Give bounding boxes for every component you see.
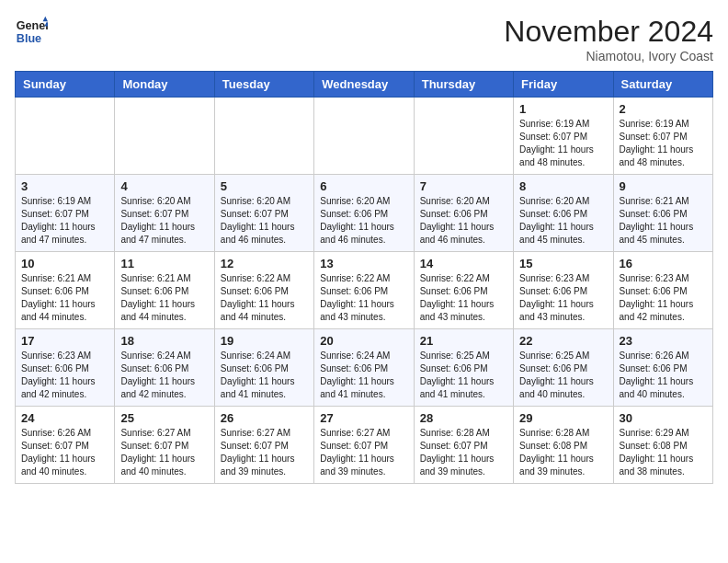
- calendar-cell: 9Sunrise: 6:21 AM Sunset: 6:06 PM Daylig…: [613, 175, 712, 252]
- day-info: Sunrise: 6:27 AM Sunset: 6:07 PM Dayligh…: [120, 427, 208, 478]
- day-info: Sunrise: 6:22 AM Sunset: 6:06 PM Dayligh…: [320, 272, 407, 324]
- day-number: 12: [221, 257, 308, 270]
- day-info: Sunrise: 6:22 AM Sunset: 6:06 PM Dayligh…: [420, 272, 507, 324]
- day-number: 14: [420, 257, 507, 270]
- calendar-cell: 4Sunrise: 6:20 AM Sunset: 6:07 PM Daylig…: [115, 175, 214, 252]
- location: Niamotou, Ivory Coast: [504, 49, 713, 63]
- calendar-cell: 22Sunrise: 6:25 AM Sunset: 6:06 PM Dayli…: [514, 329, 613, 407]
- day-number: 24: [21, 411, 108, 425]
- calendar-cell: 2Sunrise: 6:19 AM Sunset: 6:07 PM Daylig…: [613, 98, 712, 175]
- calendar-cell: 12Sunrise: 6:22 AM Sunset: 6:06 PM Dayli…: [214, 252, 313, 329]
- day-number: 9: [620, 179, 707, 193]
- day-number: 5: [221, 179, 308, 193]
- day-number: 1: [519, 102, 607, 116]
- day-info: Sunrise: 6:20 AM Sunset: 6:06 PM Dayligh…: [420, 195, 507, 247]
- calendar-cell: 1Sunrise: 6:19 AM Sunset: 6:07 PM Daylig…: [514, 98, 613, 175]
- day-info: Sunrise: 6:24 AM Sunset: 6:06 PM Dayligh…: [320, 350, 407, 401]
- weekday-header-monday: Monday: [115, 72, 214, 98]
- day-number: 25: [120, 411, 208, 425]
- calendar-cell: [314, 98, 414, 175]
- day-info: Sunrise: 6:20 AM Sunset: 6:06 PM Dayligh…: [519, 195, 607, 247]
- day-number: 27: [320, 411, 407, 425]
- day-number: 19: [221, 334, 308, 348]
- calendar-cell: 10Sunrise: 6:21 AM Sunset: 6:06 PM Dayli…: [16, 252, 115, 329]
- day-info: Sunrise: 6:27 AM Sunset: 6:07 PM Dayligh…: [320, 427, 407, 478]
- day-number: 13: [320, 257, 407, 270]
- calendar-cell: 7Sunrise: 6:20 AM Sunset: 6:06 PM Daylig…: [414, 175, 513, 252]
- weekday-header-friday: Friday: [514, 72, 613, 98]
- day-number: 26: [221, 411, 308, 425]
- page-header: General Blue November 2024 Niamotou, Ivo…: [15, 15, 713, 63]
- calendar-cell: 8Sunrise: 6:20 AM Sunset: 6:06 PM Daylig…: [514, 175, 613, 252]
- day-number: 7: [420, 179, 507, 193]
- weekday-header-saturday: Saturday: [613, 72, 712, 98]
- day-info: Sunrise: 6:24 AM Sunset: 6:06 PM Dayligh…: [221, 350, 308, 401]
- calendar-cell: [16, 98, 115, 175]
- weekday-header-sunday: Sunday: [16, 72, 115, 98]
- calendar-week-1: 1Sunrise: 6:19 AM Sunset: 6:07 PM Daylig…: [16, 98, 713, 175]
- day-info: Sunrise: 6:28 AM Sunset: 6:08 PM Dayligh…: [519, 427, 607, 478]
- day-info: Sunrise: 6:26 AM Sunset: 6:07 PM Dayligh…: [21, 427, 108, 478]
- calendar-week-2: 3Sunrise: 6:19 AM Sunset: 6:07 PM Daylig…: [16, 175, 713, 252]
- svg-text:General: General: [17, 19, 48, 32]
- logo: General Blue: [15, 15, 48, 48]
- day-info: Sunrise: 6:28 AM Sunset: 6:07 PM Dayligh…: [420, 427, 507, 478]
- calendar-cell: 30Sunrise: 6:29 AM Sunset: 6:08 PM Dayli…: [613, 407, 712, 484]
- day-info: Sunrise: 6:20 AM Sunset: 6:06 PM Dayligh…: [320, 195, 407, 247]
- calendar-cell: 17Sunrise: 6:23 AM Sunset: 6:06 PM Dayli…: [16, 329, 115, 407]
- weekday-header-tuesday: Tuesday: [214, 72, 313, 98]
- svg-text:Blue: Blue: [17, 32, 41, 45]
- day-info: Sunrise: 6:23 AM Sunset: 6:06 PM Dayligh…: [620, 272, 707, 324]
- day-number: 17: [21, 334, 108, 348]
- day-info: Sunrise: 6:25 AM Sunset: 6:06 PM Dayligh…: [519, 350, 607, 401]
- calendar-cell: 28Sunrise: 6:28 AM Sunset: 6:07 PM Dayli…: [414, 407, 513, 484]
- day-info: Sunrise: 6:22 AM Sunset: 6:06 PM Dayligh…: [221, 272, 308, 324]
- calendar-cell: 13Sunrise: 6:22 AM Sunset: 6:06 PM Dayli…: [314, 252, 414, 329]
- calendar-cell: 6Sunrise: 6:20 AM Sunset: 6:06 PM Daylig…: [314, 175, 414, 252]
- day-number: 20: [320, 334, 407, 348]
- day-number: 18: [120, 334, 208, 348]
- day-number: 21: [420, 334, 507, 348]
- day-info: Sunrise: 6:25 AM Sunset: 6:06 PM Dayligh…: [420, 350, 507, 401]
- day-info: Sunrise: 6:19 AM Sunset: 6:07 PM Dayligh…: [620, 118, 707, 169]
- calendar-cell: 29Sunrise: 6:28 AM Sunset: 6:08 PM Dayli…: [514, 407, 613, 484]
- day-number: 10: [21, 257, 108, 270]
- calendar-cell: [115, 98, 214, 175]
- day-number: 16: [620, 257, 707, 270]
- day-number: 6: [320, 179, 407, 193]
- day-number: 8: [519, 179, 607, 193]
- day-info: Sunrise: 6:19 AM Sunset: 6:07 PM Dayligh…: [21, 195, 108, 247]
- calendar-week-4: 17Sunrise: 6:23 AM Sunset: 6:06 PM Dayli…: [16, 329, 713, 407]
- day-info: Sunrise: 6:21 AM Sunset: 6:06 PM Dayligh…: [120, 272, 208, 324]
- day-info: Sunrise: 6:20 AM Sunset: 6:07 PM Dayligh…: [221, 195, 308, 247]
- day-info: Sunrise: 6:24 AM Sunset: 6:06 PM Dayligh…: [120, 350, 208, 401]
- calendar-cell: 18Sunrise: 6:24 AM Sunset: 6:06 PM Dayli…: [115, 329, 214, 407]
- calendar-cell: 24Sunrise: 6:26 AM Sunset: 6:07 PM Dayli…: [16, 407, 115, 484]
- month-title: November 2024: [504, 15, 713, 49]
- calendar-cell: 26Sunrise: 6:27 AM Sunset: 6:07 PM Dayli…: [214, 407, 313, 484]
- calendar-cell: 14Sunrise: 6:22 AM Sunset: 6:06 PM Dayli…: [414, 252, 513, 329]
- calendar-cell: 20Sunrise: 6:24 AM Sunset: 6:06 PM Dayli…: [314, 329, 414, 407]
- day-info: Sunrise: 6:29 AM Sunset: 6:08 PM Dayligh…: [620, 427, 707, 478]
- calendar-cell: 27Sunrise: 6:27 AM Sunset: 6:07 PM Dayli…: [314, 407, 414, 484]
- title-block: November 2024 Niamotou, Ivory Coast: [504, 15, 713, 63]
- day-number: 28: [420, 411, 507, 425]
- weekday-header-row: SundayMondayTuesdayWednesdayThursdayFrid…: [16, 72, 713, 98]
- day-info: Sunrise: 6:23 AM Sunset: 6:06 PM Dayligh…: [21, 350, 108, 401]
- calendar-week-5: 24Sunrise: 6:26 AM Sunset: 6:07 PM Dayli…: [16, 407, 713, 484]
- day-info: Sunrise: 6:23 AM Sunset: 6:06 PM Dayligh…: [519, 272, 607, 324]
- day-info: Sunrise: 6:20 AM Sunset: 6:07 PM Dayligh…: [120, 195, 208, 247]
- calendar-cell: [414, 98, 513, 175]
- calendar-cell: 3Sunrise: 6:19 AM Sunset: 6:07 PM Daylig…: [16, 175, 115, 252]
- day-info: Sunrise: 6:26 AM Sunset: 6:06 PM Dayligh…: [620, 350, 707, 401]
- day-number: 29: [519, 411, 607, 425]
- calendar-cell: [214, 98, 313, 175]
- day-info: Sunrise: 6:21 AM Sunset: 6:06 PM Dayligh…: [620, 195, 707, 247]
- day-number: 23: [620, 334, 707, 348]
- day-number: 4: [120, 179, 208, 193]
- calendar-cell: 16Sunrise: 6:23 AM Sunset: 6:06 PM Dayli…: [613, 252, 712, 329]
- day-number: 11: [120, 257, 208, 270]
- day-number: 15: [519, 257, 607, 270]
- day-info: Sunrise: 6:21 AM Sunset: 6:06 PM Dayligh…: [21, 272, 108, 324]
- day-info: Sunrise: 6:27 AM Sunset: 6:07 PM Dayligh…: [221, 427, 308, 478]
